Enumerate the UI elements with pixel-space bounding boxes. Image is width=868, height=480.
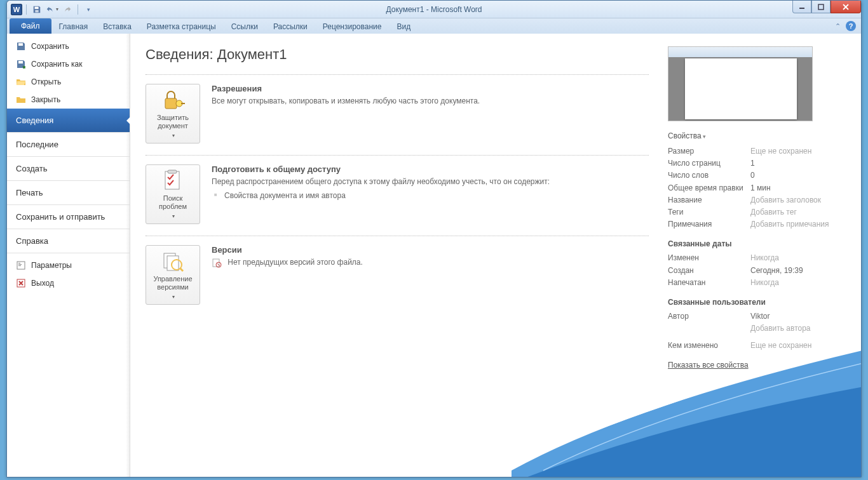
quick-access-toolbar: W ▾ ▾	[7, 3, 95, 16]
backstage-view: Сохранить Сохранить как Открыть Закрыть …	[7, 34, 861, 477]
document-preview[interactable]	[668, 46, 813, 121]
sidebar-item-new[interactable]: Создать	[7, 156, 130, 180]
check-issues-button[interactable]: Поиск проблем▾	[146, 164, 200, 224]
prop-created: СозданСегодня, 19:39	[668, 265, 846, 277]
prop-size: РазмерЕще не сохранен	[668, 145, 846, 157]
redo-icon[interactable]	[61, 3, 74, 16]
svg-rect-13	[181, 103, 185, 104]
section-heading: Версии	[212, 245, 363, 255]
save-icon[interactable]	[31, 3, 43, 16]
svg-rect-8	[18, 264, 22, 265]
sidebar-item-label: Сохранить и отправить	[16, 212, 105, 222]
sidebar-item-label: Сведения	[16, 116, 53, 125]
versions-text: Версии Нет предыдущих версий этого файла…	[212, 245, 363, 305]
sidebar-item-label: Печать	[16, 188, 43, 197]
sidebar-item-recent[interactable]: Последние	[7, 132, 130, 156]
svg-rect-7	[18, 263, 20, 263]
button-label: Защитить документ	[149, 114, 197, 130]
properties-panel: Свойства РазмерЕще не сохранен Число стр…	[668, 46, 846, 464]
tab-home[interactable]: Главная	[51, 20, 96, 34]
button-label: Поиск проблем	[149, 194, 197, 211]
protect-document-button[interactable]: Защитить документ▾	[146, 84, 200, 143]
page-title: Сведения: Документ1	[146, 46, 649, 63]
sidebar-item-open[interactable]: Открыть	[7, 73, 130, 91]
prop-pages: Число страниц1	[668, 157, 846, 170]
prepare-share-section: Поиск проблем▾ Подготовить к общему дост…	[146, 164, 649, 224]
section-description: Перед распространением общего доступа к …	[212, 177, 550, 187]
divider	[146, 236, 649, 236]
tab-references[interactable]: Ссылки	[224, 20, 266, 34]
show-all-properties-link[interactable]: Показать все свойства	[668, 361, 749, 370]
titlebar: W ▾ ▾ Документ1 - Microsoft Word	[7, 1, 861, 18]
tab-review[interactable]: Рецензирование	[315, 20, 390, 34]
window-title: Документ1 - Microsoft Word	[386, 5, 482, 14]
prop-tags: ТегиДобавить тег	[668, 206, 846, 218]
svg-rect-15	[168, 170, 177, 173]
tab-file[interactable]: Файл	[10, 18, 51, 34]
maximize-button[interactable]	[811, 1, 831, 13]
tab-page-layout[interactable]: Разметка страницы	[139, 20, 224, 34]
ribbon-tabs: Файл Главная Вставка Разметка страницы С…	[7, 18, 861, 34]
sidebar-item-label: Сохранить как	[31, 60, 82, 69]
sidebar-item-help[interactable]: Справка	[7, 229, 130, 253]
tab-mailings[interactable]: Рассылки	[266, 20, 315, 34]
prop-edit-time: Общее время правки1 мин	[668, 182, 846, 194]
property-list: РазмерЕще не сохранен Число страниц1 Чис…	[668, 145, 846, 230]
section-bullet: Свойства документа и имя автора	[224, 190, 550, 201]
prop-author: АвторViktor	[668, 310, 846, 323]
section-description: Все могут открывать, копировать и изменя…	[212, 96, 480, 107]
app-icon[interactable]: W	[11, 4, 22, 15]
close-button[interactable]	[831, 1, 861, 13]
window-controls	[792, 1, 861, 13]
sidebar-item-label: Создать	[16, 164, 47, 173]
sidebar-item-label: Параметры	[31, 261, 72, 270]
svg-rect-4	[18, 43, 23, 46]
prop-words: Число слов0	[668, 170, 846, 182]
svg-rect-1	[35, 10, 38, 12]
properties-dropdown[interactable]: Свойства	[668, 131, 846, 140]
sidebar-item-label: Сохранить	[31, 42, 69, 51]
qat-separator	[26, 4, 27, 15]
svg-rect-5	[18, 61, 23, 63]
permissions-text: Разрешения Все могут открывать, копирова…	[212, 84, 480, 143]
section-description: Нет предыдущих версий этого файла.	[212, 257, 363, 268]
divider	[146, 155, 649, 156]
svg-rect-0	[35, 6, 39, 9]
backstage-content: Сведения: Документ1 Защитить документ▾ Р…	[130, 34, 861, 477]
divider	[146, 74, 649, 75]
ribbon-minimize-icon[interactable]: ⌃	[832, 21, 843, 31]
section-heading: Разрешения	[212, 84, 480, 93]
prop-printed: НапечатанНикогда	[668, 277, 846, 289]
sidebar-item-print[interactable]: Печать	[7, 180, 130, 204]
minimize-button[interactable]	[792, 1, 811, 13]
related-users-header: Связанные пользователи	[668, 298, 846, 307]
sidebar-item-label: Закрыть	[31, 95, 60, 104]
sidebar-item-info[interactable]: Сведения	[7, 109, 130, 132]
tab-insert[interactable]: Вставка	[95, 20, 139, 34]
sidebar-item-share[interactable]: Сохранить и отправить	[7, 204, 130, 229]
button-label: Управление версиями	[149, 275, 197, 291]
sidebar-item-close[interactable]: Закрыть	[7, 91, 130, 109]
prop-add-author: Добавить автора	[668, 323, 846, 335]
sidebar-item-options[interactable]: Параметры	[7, 253, 130, 274]
prop-last-modified-by: Кем измененоЕще не сохранен	[668, 340, 846, 352]
svg-rect-3	[818, 4, 824, 10]
prepare-share-text: Подготовить к общему доступу Перед распр…	[212, 164, 550, 224]
permissions-section: Защитить документ▾ Разрешения Все могут …	[146, 84, 649, 143]
tab-view[interactable]: Вид	[389, 20, 418, 34]
svg-rect-11	[165, 98, 177, 109]
prop-title: НазваниеДобавить заголовок	[668, 194, 846, 206]
sidebar-item-exit[interactable]: Выход	[7, 274, 130, 292]
undo-icon[interactable]: ▾	[46, 3, 58, 16]
backstage-sidebar: Сохранить Сохранить как Открыть Закрыть …	[7, 34, 130, 477]
qat-customize-icon[interactable]: ▾	[82, 3, 95, 16]
help-icon[interactable]: ?	[846, 21, 856, 31]
chevron-down-icon: ▾	[56, 6, 58, 12]
sidebar-item-label: Справка	[16, 236, 48, 246]
svg-rect-14	[165, 171, 179, 189]
qat-separator	[78, 4, 78, 15]
manage-versions-button[interactable]: Управление версиями▾	[146, 245, 200, 305]
versions-section: Управление версиями▾ Версии Нет предыдущ…	[146, 245, 649, 305]
sidebar-item-save[interactable]: Сохранить	[7, 37, 130, 55]
sidebar-item-save-as[interactable]: Сохранить как	[7, 55, 130, 73]
